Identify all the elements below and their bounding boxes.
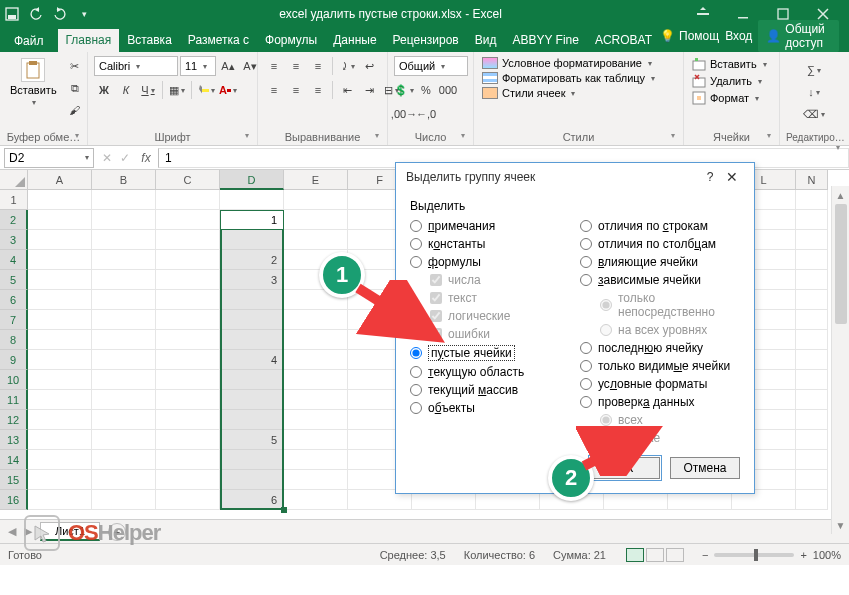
view-layout-icon[interactable] (646, 548, 664, 562)
cell[interactable] (796, 370, 828, 390)
cell[interactable] (92, 310, 156, 330)
cell[interactable] (796, 390, 828, 410)
radio-row-diff[interactable]: отличия по строкам (580, 219, 740, 233)
font-size-combo[interactable]: 11▾ (180, 56, 216, 76)
cell[interactable] (28, 210, 92, 230)
italic-button[interactable]: К (116, 80, 136, 100)
col-header[interactable]: E (284, 170, 348, 190)
radio-constants[interactable]: константы (410, 237, 570, 251)
scroll-down-icon[interactable]: ▼ (832, 516, 849, 534)
cell[interactable] (28, 270, 92, 290)
row-header[interactable]: 14 (0, 450, 28, 470)
cell[interactable] (156, 390, 220, 410)
dialog-close-icon[interactable]: ✕ (720, 169, 744, 185)
row-header[interactable]: 11 (0, 390, 28, 410)
close-icon[interactable] (809, 4, 837, 24)
cell[interactable] (284, 210, 348, 230)
cell[interactable] (156, 250, 220, 270)
cell[interactable] (156, 330, 220, 350)
comma-icon[interactable]: 000 (438, 80, 458, 100)
row-header[interactable]: 1 (0, 190, 28, 210)
currency-icon[interactable]: 💲▾ (394, 80, 414, 100)
cell[interactable] (796, 490, 828, 510)
cell[interactable] (284, 390, 348, 410)
row-header[interactable]: 4 (0, 250, 28, 270)
cell[interactable] (92, 410, 156, 430)
view-pagebreak-icon[interactable] (666, 548, 684, 562)
row-header[interactable]: 12 (0, 410, 28, 430)
tab-view[interactable]: Вид (467, 29, 505, 52)
delete-cells-button[interactable]: Удалить▾ (690, 73, 764, 89)
cell[interactable] (28, 410, 92, 430)
zoom-slider[interactable] (714, 553, 794, 557)
zoom-in-button[interactable]: + (800, 549, 806, 561)
radio-precedents[interactable]: влияющие ячейки (580, 255, 740, 269)
decrease-font-icon[interactable]: A▾ (240, 56, 260, 76)
radio-notes[interactable]: ппримечанияримечания (410, 219, 570, 233)
copy-icon[interactable]: ⧉ (65, 78, 85, 98)
help-button[interactable]: 💡Помощ (660, 29, 719, 43)
cell[interactable] (796, 270, 828, 290)
font-color-button[interactable]: А▾ (218, 80, 238, 100)
col-header[interactable]: D (220, 170, 284, 190)
cell[interactable] (220, 190, 284, 210)
radio-data-validation[interactable]: проверка данных (580, 395, 740, 409)
format-cells-button[interactable]: Формат▾ (690, 90, 761, 106)
fill-handle[interactable] (281, 507, 287, 513)
row-header[interactable]: 15 (0, 470, 28, 490)
wrap-text-icon[interactable]: ↩ (359, 56, 379, 76)
cell[interactable] (156, 310, 220, 330)
tab-abbyy[interactable]: ABBYY Fine (504, 29, 586, 52)
tab-formulas[interactable]: Формулы (257, 29, 325, 52)
align-right-icon[interactable]: ≡ (308, 80, 328, 100)
row-header[interactable]: 16 (0, 490, 28, 510)
cell[interactable] (92, 190, 156, 210)
cell[interactable] (156, 350, 220, 370)
cell[interactable] (284, 370, 348, 390)
cell[interactable] (92, 350, 156, 370)
cancel-edit-icon[interactable]: ✕ (98, 151, 116, 165)
fx-icon[interactable]: fx (134, 151, 158, 165)
minimize-icon[interactable] (729, 4, 757, 24)
format-painter-icon[interactable]: 🖌 (65, 100, 85, 120)
cell[interactable] (796, 190, 828, 210)
sheet-nav-prev-icon[interactable]: ◀ (8, 525, 16, 538)
cell[interactable] (92, 270, 156, 290)
cell[interactable] (28, 370, 92, 390)
orientation-icon[interactable]: ⤸▾ (337, 56, 357, 76)
conditional-format-button[interactable]: Условное форматирование▾ (480, 56, 654, 70)
cell[interactable] (284, 310, 348, 330)
name-box[interactable]: D2▾ (4, 148, 94, 168)
cell[interactable] (92, 330, 156, 350)
cell[interactable] (92, 210, 156, 230)
row-header[interactable]: 13 (0, 430, 28, 450)
row-header[interactable]: 9 (0, 350, 28, 370)
cell[interactable] (92, 370, 156, 390)
radio-current-region[interactable]: текущую область (410, 365, 570, 379)
cell[interactable] (156, 230, 220, 250)
radio-objects[interactable]: объекты (410, 401, 570, 415)
bold-button[interactable]: Ж (94, 80, 114, 100)
border-button[interactable]: ▦▾ (167, 80, 187, 100)
cell[interactable] (284, 230, 348, 250)
row-header[interactable]: 10 (0, 370, 28, 390)
cell[interactable] (28, 450, 92, 470)
row-header[interactable]: 2 (0, 210, 28, 230)
format-as-table-button[interactable]: Форматировать как таблицу▾ (480, 71, 657, 85)
cell[interactable] (28, 350, 92, 370)
tab-insert[interactable]: Вставка (119, 29, 180, 52)
clear-icon[interactable]: ⌫▾ (804, 104, 824, 124)
ok-button[interactable]: ОК (590, 457, 660, 479)
cell[interactable] (796, 470, 828, 490)
decrease-decimal-icon[interactable]: ←,0 (416, 104, 436, 124)
cell[interactable] (796, 210, 828, 230)
row-header[interactable]: 5 (0, 270, 28, 290)
align-top-icon[interactable]: ≡ (264, 56, 284, 76)
radio-formulas[interactable]: формулы (410, 255, 570, 269)
row-header[interactable]: 8 (0, 330, 28, 350)
redo-icon[interactable] (52, 6, 68, 22)
vertical-scrollbar[interactable]: ▲ ▼ (831, 186, 849, 534)
cut-icon[interactable]: ✂ (65, 56, 85, 76)
cell[interactable] (796, 410, 828, 430)
save-icon[interactable] (4, 6, 20, 22)
